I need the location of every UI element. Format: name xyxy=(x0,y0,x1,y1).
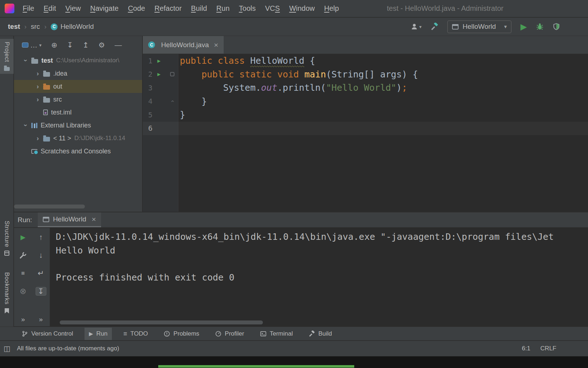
project-horizontal-scrollbar[interactable] xyxy=(14,205,85,208)
fold-end-icon[interactable]: › xyxy=(165,98,179,105)
run-line-icon[interactable]: ▶ xyxy=(152,58,165,64)
toolwindow-terminal[interactable]: Terminal xyxy=(256,328,297,340)
breadcrumb-src[interactable]: src xyxy=(31,23,40,31)
code-text: public static void main(String[] args) { xyxy=(179,69,418,80)
tree-item-label: External Libraries xyxy=(41,122,91,129)
ide-window: FileEditViewNavigateCodeRefactorBuildRun… xyxy=(0,0,588,368)
code-line-2[interactable]: 2▶ public static void main(String[] args… xyxy=(143,68,588,81)
menu-run[interactable]: Run xyxy=(212,4,234,13)
toolwindow-todo[interactable]: ≡TODO xyxy=(119,328,152,340)
tree-item-label: src xyxy=(53,96,62,103)
run-console-output[interactable]: D:\JDK\jdk-11.0.14_windows-x64_bin\jdk-1… xyxy=(50,228,588,326)
intellij-logo-icon xyxy=(5,4,14,13)
chevron-down-icon[interactable]: › xyxy=(22,120,30,131)
editor-area[interactable]: C HelloWorld.java × 1▶public class Hello… xyxy=(143,36,588,212)
tree-item-out[interactable]: ›out xyxy=(14,80,142,93)
code-line-3[interactable]: 3 System.out.println("Hello World"); xyxy=(143,81,588,95)
user-icon xyxy=(410,23,418,31)
run-line-icon[interactable]: ▶ xyxy=(152,71,165,77)
console-horizontal-scrollbar[interactable] xyxy=(60,320,263,324)
down-stack-trace-button[interactable]: ↓ xyxy=(36,251,46,260)
menu-vcs[interactable]: VCS xyxy=(260,4,284,13)
toolwindow-profiler[interactable]: Profiler xyxy=(211,328,249,340)
code-line-5[interactable]: 5} xyxy=(143,108,588,122)
fold-start-icon[interactable] xyxy=(165,72,179,76)
folder-icon xyxy=(31,59,38,64)
menu-tools[interactable]: Tools xyxy=(234,4,260,13)
menu-navigate[interactable]: Navigate xyxy=(86,4,123,13)
menu-help[interactable]: Help xyxy=(319,4,343,13)
close-icon[interactable]: × xyxy=(214,41,218,49)
run-tab-helloworld[interactable]: HelloWorld × xyxy=(38,212,101,227)
code-text: System.out.println("Hello World"); xyxy=(179,82,407,93)
breadcrumb-helloworld[interactable]: CHelloWorld xyxy=(51,23,94,31)
settings-gear-button[interactable]: ⚙ xyxy=(99,41,105,49)
chevron-right-icon[interactable]: › xyxy=(32,69,43,77)
close-icon[interactable]: × xyxy=(92,215,96,224)
layout-icon[interactable]: ◫ xyxy=(4,344,10,353)
chevron-right-icon[interactable]: › xyxy=(32,134,43,142)
sidebar-item-structure[interactable]: Structure xyxy=(0,218,14,259)
code-line-4[interactable]: 4› } xyxy=(143,95,588,108)
soft-wrap-button[interactable]: ↵ xyxy=(36,269,46,278)
menu-build[interactable]: Build xyxy=(186,4,211,13)
code-line-6[interactable]: 6 xyxy=(143,122,588,135)
code-editor[interactable]: 1▶public class HelloWorld {2▶ public sta… xyxy=(143,54,588,135)
select-opened-file-button[interactable]: ⊕ xyxy=(51,41,58,49)
tree-item--idea[interactable]: ›.idea xyxy=(14,67,142,80)
caret-position[interactable]: 6:1 xyxy=(522,345,530,352)
hide-panel-button[interactable]: — xyxy=(115,41,122,49)
menu-window[interactable]: Window xyxy=(284,4,319,13)
tree-item-test[interactable]: ›testC:\Users\Administrator\ xyxy=(14,54,142,67)
chevron-down-icon[interactable]: › xyxy=(22,55,30,66)
tree-item-test-iml[interactable]: test.iml xyxy=(14,106,142,119)
tree-item-external-libraries[interactable]: ›External Libraries xyxy=(14,119,142,132)
toolwindow-build[interactable]: Build xyxy=(304,328,336,340)
up-stack-trace-button[interactable]: ↑ xyxy=(36,233,46,242)
tree-item-scratches-and-consoles[interactable]: Scratches and Consoles xyxy=(14,145,142,158)
chevron-right-icon[interactable]: › xyxy=(32,95,43,103)
rerun-button[interactable]: ▶ xyxy=(18,233,28,242)
line-ending-indicator[interactable]: CRLF xyxy=(541,345,556,352)
toolwindow-run[interactable]: ▶Run xyxy=(85,328,112,340)
run-settings-button[interactable] xyxy=(18,251,28,260)
project-stripe-label: Project xyxy=(3,42,10,62)
toolwindow-version-control[interactable]: Version Control xyxy=(17,328,77,340)
menu-refactor[interactable]: Refactor xyxy=(150,4,186,13)
more-icon: … xyxy=(30,41,37,49)
code-text: } xyxy=(179,96,207,107)
menu-code[interactable]: Code xyxy=(123,4,150,13)
code-line-1[interactable]: 1▶public class HelloWorld { xyxy=(143,54,588,68)
stop-button[interactable]: ■ xyxy=(18,269,28,278)
toolwindow-problems[interactable]: Problems xyxy=(159,328,204,340)
project-view-selector[interactable]: … ▾ xyxy=(22,41,42,49)
class-icon: C xyxy=(148,41,155,48)
chevron-right-icon[interactable]: › xyxy=(32,82,43,90)
more-actions-button[interactable]: » xyxy=(21,315,25,323)
tree-item--11-[interactable]: ›< 11 >D:\JDK\jdk-11.0.14 xyxy=(14,132,142,145)
collapse-all-button[interactable]: ↥ xyxy=(83,41,89,49)
debug-button[interactable] xyxy=(536,23,544,31)
scroll-to-end-button[interactable]: ↧ xyxy=(36,287,46,296)
run-button[interactable]: ▶ xyxy=(520,23,527,31)
hammer-icon xyxy=(309,331,315,337)
tree-item-label: out xyxy=(53,83,62,90)
sidebar-item-bookmarks[interactable]: Bookmarks xyxy=(0,269,14,317)
menu-view[interactable]: View xyxy=(61,4,86,13)
sidebar-item-project[interactable]: Project xyxy=(0,39,14,74)
menu-file[interactable]: File xyxy=(18,4,39,13)
tree-item-label: test xyxy=(41,57,53,64)
expand-all-button[interactable]: ↧ xyxy=(67,41,73,49)
more-actions-button[interactable]: » xyxy=(39,315,43,323)
tree-item-src[interactable]: ›src xyxy=(14,93,142,106)
menu-edit[interactable]: Edit xyxy=(39,4,60,13)
breadcrumb-separator: › xyxy=(44,23,46,31)
run-config-select[interactable]: HelloWorld ▾ xyxy=(447,21,511,33)
run-with-coverage-button[interactable] xyxy=(553,23,560,31)
status-message[interactable]: All files are up-to-date (moments ago) xyxy=(17,345,119,352)
breadcrumb-test[interactable]: test xyxy=(8,23,20,31)
tab-helloworld-java[interactable]: C HelloWorld.java × xyxy=(143,36,224,54)
kill-process-button[interactable]: ⊗ xyxy=(18,287,28,296)
build-project-button[interactable] xyxy=(430,23,438,31)
user-profile-button[interactable]: ▾ xyxy=(410,23,422,31)
